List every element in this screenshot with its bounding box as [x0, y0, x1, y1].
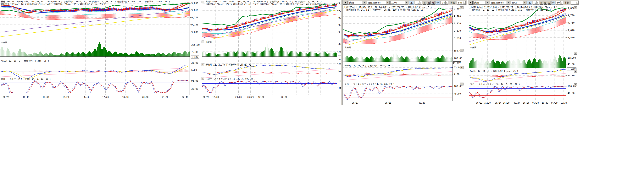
pane-collapse-button[interactable]: ▼ [460, 66, 464, 69]
chevron-down-icon: ▼ [575, 52, 576, 54]
chart-canvas [343, 0, 467, 105]
stoch-pane-label: スロー・ストキャスティクス( 14, 3, 80, 20 ) [470, 83, 520, 86]
stochastics-pane [469, 86, 566, 98]
chevron-down-icon: ▼ [575, 70, 576, 72]
price-axis-tick: 9,810 [191, 9, 198, 12]
price-axis-tick: 9,710 [568, 22, 574, 24]
chart-header-line1: 日経225mini 11/09( 5分, 2011/06/24 - 2011/0… [1, 0, 190, 3]
volume-pane-label: 出来高 [1, 41, 7, 44]
chevron-down-icon: ▾ [202, 41, 203, 42]
volume-bars [469, 55, 566, 68]
volume-bars [344, 52, 452, 62]
price-axis-tick: 9,850 [568, 7, 574, 10]
axes [469, 6, 567, 101]
volume-axis-tick: 45.00 [568, 63, 574, 66]
x-axis-label: 06/27 [352, 102, 358, 104]
stoch-axis-tick: 95.00 [191, 80, 198, 82]
x-axis-label: 06/29 [247, 96, 254, 98]
pane-expander-box[interactable]: ▾ [202, 63, 204, 66]
moving-average-lines [469, 10, 566, 45]
stochastics-pane [0, 80, 190, 93]
pane-collapse-button[interactable]: ▼ [574, 70, 577, 73]
pane-expander-box[interactable]: ▾ [202, 77, 204, 80]
x-axis-label: 12:00 [43, 96, 49, 98]
chart-panel-30min: ▼先物▼日経225mini▼11/09▼足1日週月分30本数500日経225mi… [343, 0, 467, 105]
trading-app-screen: 日経225mini 11/09( 5分, 2011/06/24 - 2011/0… [0, 0, 644, 169]
x-axis-label: 18:40 [122, 96, 128, 98]
chevron-down-icon: ▼ [575, 84, 576, 86]
macd-axis-tick: 45.00 [568, 74, 574, 77]
macd-pane-label: MACD( 12, 26, 9 ) 移動平均( Close, 75 ) [206, 64, 254, 66]
x-axis-label: 16:30 [503, 102, 510, 104]
volume-pane-label: 出来高 [470, 46, 476, 49]
pane-expander-box[interactable]: ▾ [202, 40, 204, 43]
stochastics-pane [202, 81, 337, 93]
x-axis-label: 06/28 [203, 96, 209, 98]
stoch-pane-label: スロー・ストキャスティクス( 14, 3, 80, 20 ) [344, 83, 394, 86]
stoch-axis-tick: 35.00 [191, 88, 198, 90]
x-axis-label: 16:30 [523, 102, 529, 104]
chevron-down-icon: ▼ [461, 50, 462, 51]
volume-bars [0, 42, 190, 56]
chart-canvas [468, 0, 579, 105]
x-axis-label: 10:40 [23, 96, 29, 98]
x-axis-label: 16:30 [542, 102, 548, 104]
x-axis-label: 06/27 [514, 102, 520, 104]
volume-pane-label: 出来高 [206, 41, 212, 44]
chart-header-line1: 日経225mini 11/09( 15分, 2011/06/21 - 2011/… [206, 0, 336, 3]
pane-expander-box[interactable]: ▾ [202, 1, 204, 3]
window-splitter[interactable] [341, 0, 343, 105]
price-axis-tick: 9,780 [568, 14, 574, 17]
chart-header-line1: 日経225mini 11/09( 30分, 2011/06/21 - 2011/… [344, 6, 452, 9]
stoch-axis-tick: 45.00 [454, 92, 461, 95]
x-axis-label: 06/29 [551, 102, 558, 104]
pane-collapse-button[interactable]: ▼ [574, 52, 577, 54]
axes [0, 2, 191, 95]
ichimoku-cloud [202, 10, 336, 38]
ichimoku-cloud [469, 17, 566, 40]
chart-canvas [201, 0, 341, 105]
x-axis-label: 06/23 [476, 102, 482, 104]
stochastics-pane [344, 86, 452, 100]
chart-header-line1: 日経225mini 11/09( 60分, 2011/06/21 - 2011/… [470, 6, 566, 9]
chart-header-line2: 移動平均( Close, 20 ) 移動平均( Close, 40 ) 移動平均… [1, 3, 190, 6]
price-axis-tick: 9,730 [454, 22, 461, 25]
x-axis-label: 06/29 [3, 96, 9, 98]
macd-pane [344, 68, 452, 80]
x-axis-label: 12:00 [258, 96, 264, 98]
volume-axis-tick: 200.00 [454, 57, 462, 60]
x-axis-label: 20:00 [142, 96, 148, 98]
macd-axis-tick: 6.00 [191, 69, 197, 72]
price-axis-tick: 9,730 [191, 24, 198, 26]
pane-collapse-button[interactable]: ▼ [574, 83, 577, 86]
chart-canvas [0, 0, 201, 105]
volume-bars [202, 42, 337, 56]
chevron-down-icon: ▼ [461, 83, 462, 85]
macd-pane [202, 65, 337, 78]
price-axis-tick: 9,670 [454, 30, 461, 32]
gridlines [469, 6, 566, 101]
x-axis-label: 16:30 [560, 102, 567, 104]
chart-panel-5min: 日経225mini 11/09( 5分, 2011/06/24 - 2011/0… [0, 0, 201, 105]
candlesticks [344, 8, 452, 38]
x-axis-label: 06/29 [419, 102, 425, 104]
price-axis-tick: 9,770 [191, 16, 198, 19]
chart-panel-15min: 日経225mini 11/09( 15分, 2011/06/21 - 2011/… [201, 0, 341, 105]
chart-header-line2: 一目均衡表( 9, 26, 52 ) 移動平均( Close, 150 ) 移動… [470, 9, 566, 12]
chevron-down-icon: ▼ [461, 7, 462, 8]
pane-collapse-button[interactable]: ▼ [460, 6, 464, 9]
pane-collapse-button[interactable]: ▼ [574, 6, 577, 9]
volume-axis-tick: 75.00 [191, 51, 198, 54]
macd-pane-label: MACD( 12, 26, 9 ) 移動平均( Close, 75 ) [1, 60, 49, 62]
pane-collapse-button[interactable]: ▼ [460, 48, 464, 52]
volume-axis-tick: 205.00 [191, 44, 200, 46]
volume-axis-tick: 105.00 [568, 57, 576, 59]
volume-multiplier-box: × 100 [191, 56, 199, 58]
chevron-down-icon: ▾ [202, 78, 203, 79]
x-axis-label: 20:00 [235, 96, 242, 98]
x-axis-label: 20:00 [281, 96, 287, 98]
pane-collapse-button[interactable]: ▼ [460, 82, 464, 86]
macd-pane-label: MACD( 12, 26, 9 ) 移動平均( Close, 75 ) [470, 70, 518, 72]
macd-axis-tick: 25.00 [191, 62, 198, 64]
x-axis-label: 17:20 [102, 96, 109, 98]
